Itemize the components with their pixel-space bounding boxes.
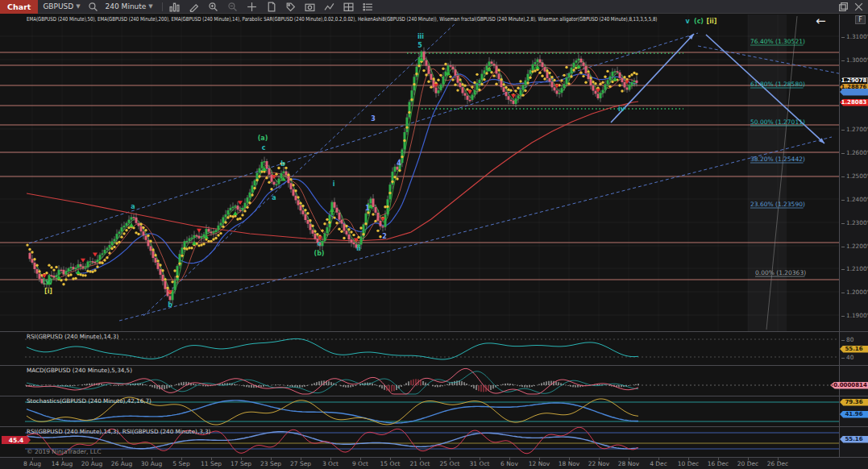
time-axis-label: 17 Sep [230,460,251,467]
time-axis-label: 26 Aug [111,460,133,467]
indicator-value-marker: -0.0000814 [830,382,868,389]
price-axis-label: 1.3000'0 [841,56,868,64]
price-axis-label: 1.2400'0 [841,196,868,203]
search-icon[interactable] [85,1,101,13]
svg-text:c: c [318,240,322,247]
time-axis-label: 16 Dec [708,460,729,467]
rsi-panel-label: RSI(GBPUSD (240 Minute),14,3) [27,333,118,340]
svg-text:c: c [262,144,266,151]
ninjatrader-chart-window: Chart GBPUSD ▼ 240 Minute ▼ 76.40% (1.30… [0,0,868,469]
parabolic-sar-dots [26,60,638,294]
svg-text:a: a [272,194,276,201]
price-axis[interactable]: F 1.3100'01.3000'01.2700'01.2600'01.2500… [840,15,868,457]
svg-text:a: a [131,203,135,210]
macd-panel[interactable]: MACD(GBPUSD (240 Minute),5,34,5) [0,366,839,396]
price-axis-label: 1.2300'0 [841,219,868,226]
crosshair-icon[interactable] [244,1,260,13]
time-axis-label: 21 Oct [410,460,430,467]
price-axis-label: 1.2700'0 [841,126,868,133]
chart-tab[interactable]: Chart [0,0,38,14]
chevron-down-icon: ▼ [148,3,152,10]
svg-text:(v): (v) [43,278,53,285]
stochastics-panel-label: Stochastics(GBPUSD (240 Minute),42,16,7) [27,397,152,405]
svg-text:50.00% (1.27011): 50.00% (1.27011) [750,118,805,126]
ema-200-line [27,102,638,241]
zoom-out-icon[interactable] [225,1,240,13]
chart-canvas[interactable]: 76.40% (1.30521)61.80% (1.28580)50.00% (… [0,15,839,331]
toolbar-icon-group [167,1,376,13]
scroll-to-end-arrow[interactable]: ← [816,15,826,27]
time-axis-label: 18 Nov [559,460,580,467]
indicator-value-marker: 55.16 [840,436,868,443]
svg-text:b: b [280,160,285,168]
indicator-summary-line: EMA(GBPUSD (240 Minute),50), EMA(GBPUSD … [27,16,539,23]
panel-separator[interactable] [0,396,868,396]
svg-text:iv: iv [618,106,625,113]
price-axis-label: 1.2100'0 [841,265,868,272]
alligator-projection-dots [407,53,683,109]
panel-canvas [0,332,839,365]
svg-text:4: 4 [397,160,401,167]
panel-separator[interactable] [0,426,868,427]
time-axis-label: 31 Oct [470,460,490,467]
time-axis-label: 28 Nov [618,460,640,467]
price-marker: 1.29078 [840,77,868,85]
channel-lines [29,23,839,321]
svg-text:(b): (b) [314,250,324,257]
svg-text:(c): (c) [694,18,704,25]
ema-14-line [49,67,637,283]
main-price-chart[interactable]: 76.40% (1.30521)61.80% (1.28580)50.00% (… [0,15,839,331]
panel-separator[interactable] [0,365,868,366]
rsi-panel[interactable]: RSI(GBPUSD (240 Minute),14,3) [0,332,839,365]
time-axis-label: 11 Sep [201,460,222,467]
zoom-in-icon[interactable] [206,1,221,13]
copyright-text: © 2019 NinjaTrader, LLC [27,448,101,455]
zigzag-icon[interactable] [322,1,337,13]
time-axis-label: 15 Oct [380,460,401,467]
snapshot-icon[interactable] [302,1,318,13]
time-axis-label: 30 Aug [141,460,163,467]
panel-separator[interactable] [0,331,868,332]
svg-text:5: 5 [417,42,422,49]
svg-text:i: i [333,181,335,188]
svg-text:v: v [685,18,690,25]
chart-style-icon[interactable] [167,1,182,13]
rsi2-panel[interactable]: RSI(GBPUSD (240 Minute),14,3), RSI(GBPUS… [0,427,839,457]
svg-text:0.00% (1.20363): 0.00% (1.20363) [755,269,806,276]
panel-axis-tick: 40 [841,354,853,361]
svg-text:1: 1 [365,205,370,212]
svg-text:23.60% (1.23590): 23.60% (1.23590) [750,201,805,208]
session-highlight-band [748,15,787,331]
time-axis-label: 23 Sep [260,460,281,467]
instrument-selector[interactable]: GBPUSD ▼ [38,2,85,10]
price-marker [840,89,868,96]
svg-text:b: b [168,301,172,309]
panel-separator[interactable] [0,457,868,458]
rsi2-panel-label: RSI(GBPUSD (240 Minute),14,3), RSI(GBPUS… [27,428,210,435]
interval-label: 240 Minute [106,2,147,10]
stochastics-panel[interactable]: Stochastics(GBPUSD (240 Minute),42,16,7) [0,396,839,426]
time-axis-label: 26 Dec [767,460,788,467]
interval-selector[interactable]: 240 Minute ▼ [101,2,158,10]
elliott-wave-labels: (v)[i]ab(a)cbac(b)iii1234iii5ivv(c)[ii] [43,18,717,309]
instrument-label: GBPUSD [43,2,73,10]
fixed-scale-button[interactable]: F [855,15,866,24]
price-axis-label: 1.2500'0 [841,172,868,180]
tag-icon[interactable] [283,1,298,13]
svg-text:3: 3 [371,115,376,122]
svg-text:[ii]: [ii] [707,18,717,25]
pencil-icon[interactable] [186,1,201,13]
page-icon[interactable] [264,1,279,13]
svg-text:61.80% (1.28580): 61.80% (1.28580) [750,81,805,88]
svg-text:38.20% (1.25442): 38.20% (1.25442) [750,156,805,163]
time-axis[interactable]: 8 Aug14 Aug20 Aug26 Aug30 Aug5 Sep11 Sep… [0,458,868,469]
close-icon[interactable] [853,2,864,11]
list-icon[interactable] [360,1,376,13]
axis-separator [839,15,840,457]
time-axis-label: 12 Nov [529,460,550,467]
time-axis-label: 27 Sep [290,460,311,467]
macd-panel-label: MACD(GBPUSD (240 Minute),5,34,5) [27,367,132,374]
restore-icon[interactable] [838,2,849,11]
grid-icon[interactable] [341,1,356,13]
svg-text:(a): (a) [258,135,268,142]
